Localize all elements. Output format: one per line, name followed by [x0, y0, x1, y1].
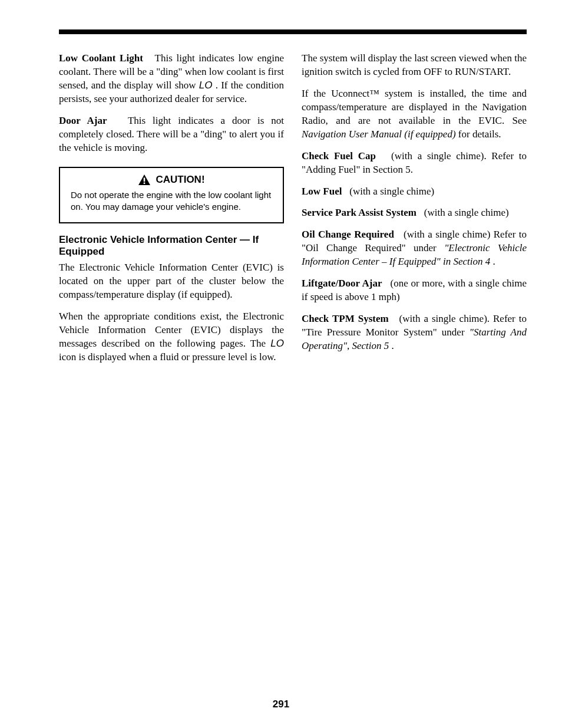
label-low-coolant: Low Coolant Light — [59, 52, 143, 64]
para-check-fuel-cap: Check Fuel Cap (with a single chime). Re… — [302, 150, 527, 177]
para-low-coolant: Low Coolant Light This light indicates l… — [59, 52, 284, 106]
caution-body: Do not operate the engine with the low c… — [71, 189, 272, 213]
subheading-evic: Electronic Vehicle Information Center — … — [59, 234, 284, 258]
label-check-fuel-cap: Check Fuel Cap — [302, 150, 376, 162]
para-last-screen: The system will display the last screen … — [302, 52, 527, 79]
warning-triangle-icon — [138, 174, 151, 186]
para-low-fuel: Low Fuel (with a single chime) — [302, 185, 527, 199]
svg-rect-1 — [144, 177, 146, 182]
para-service-park-assist: Service Park Assist System (with a singl… — [302, 206, 527, 220]
icon-lo-1: LO — [199, 80, 213, 91]
para-door-ajar: Door Ajar This light indicates a door is… — [59, 114, 284, 155]
label-oil-change: Oil Change Required — [302, 229, 394, 240]
label-check-tpm: Check TPM System — [302, 313, 389, 324]
right-column: The system will display the last screen … — [302, 52, 527, 364]
text-evic-b: icon is displayed when a fluid or pressu… — [59, 351, 276, 363]
text-check-tpm-b: . — [392, 340, 394, 351]
caution-heading-text: CAUTION! — [156, 174, 204, 186]
para-evic-intro: The Electronic Vehicle Information Cente… — [59, 261, 284, 302]
top-divider — [59, 29, 527, 34]
para-oil-change: Oil Change Required (with a single chime… — [302, 228, 527, 269]
page-number: 291 — [0, 699, 562, 710]
text-uconnect-b: for details. — [458, 129, 501, 140]
text-uconnect-ital: Navigation User Manual (if equipped) — [302, 129, 456, 140]
two-column-layout: Low Coolant Light This light indicates l… — [59, 52, 527, 364]
para-liftgate-door-ajar: Liftgate/Door Ajar (one or more, with a … — [302, 277, 527, 304]
text-uconnect-a: If the Uconnect™ system is installed, th… — [302, 88, 527, 126]
label-liftgate: Liftgate/Door Ajar — [302, 278, 382, 289]
para-check-tpm: Check TPM System (with a single chime). … — [302, 312, 527, 353]
text-low-fuel: (with a single chime) — [349, 186, 434, 197]
label-service-park-assist: Service Park Assist System — [302, 207, 416, 218]
text-evic-a: When the appropriate conditions exist, t… — [59, 311, 284, 349]
label-door-ajar: Door Ajar — [59, 115, 107, 126]
svg-rect-2 — [144, 182, 146, 184]
para-uconnect: If the Uconnect™ system is installed, th… — [302, 87, 527, 141]
icon-lo-2: LO — [270, 338, 284, 349]
text-oil-change-b: . — [492, 256, 495, 267]
para-evic-messages: When the appropriate conditions exist, t… — [59, 310, 284, 364]
text-service-park-assist: (with a single chime) — [424, 207, 509, 218]
caution-box: CAUTION! Do not operate the engine with … — [59, 167, 284, 224]
label-low-fuel: Low Fuel — [302, 186, 342, 197]
caution-header: CAUTION! — [71, 174, 272, 186]
left-column: Low Coolant Light This light indicates l… — [59, 52, 284, 364]
